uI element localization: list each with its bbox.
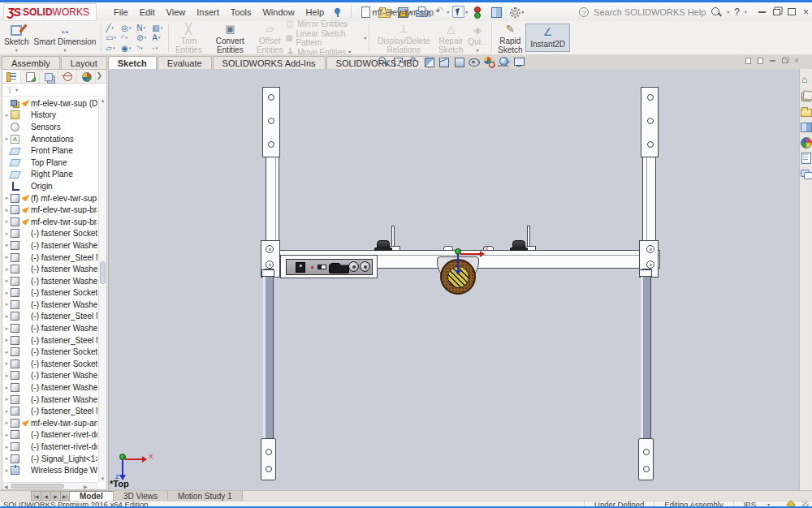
control-box[interactable] [280,255,378,278]
upper-bracket-right[interactable] [641,87,659,157]
toggle-switch[interactable] [317,265,326,269]
view-palette-icon[interactable] [801,122,811,132]
lower-rail-left[interactable] [263,269,274,439]
expand-arrow-icon[interactable]: ▸ [3,290,11,296]
help-button[interactable]: ? [734,6,740,18]
instant2d-button[interactable]: ∠ Instant2D [525,24,570,52]
zoom-fit-icon[interactable] [378,56,389,67]
scroll-right-icon[interactable]: ▶ [84,483,88,489]
tree-item[interactable]: ▸ (-) fastener Washer 1-4in [3,263,97,275]
close-button[interactable]: × [803,7,809,17]
appearances-icon[interactable] [801,137,811,148]
expand-arrow-icon[interactable]: ▸ [3,467,11,474]
menu-item[interactable]: Insert [191,5,225,19]
select-icon[interactable] [452,6,464,18]
tree-item[interactable]: ▸ (-) fastener Socket Head C [3,228,97,240]
expand-arrow-icon[interactable]: ▸ [3,218,11,225]
scroll-up-icon[interactable]: ▲ [99,98,106,103]
convert-entities-button[interactable]: ▣ Convert Entities▾ [205,22,254,54]
graphics-viewport[interactable]: X X Z *Top [108,69,799,490]
rapid-sketch-button[interactable]: ✎ Rapid Sketch [495,22,525,54]
expand-arrow-icon[interactable]: ▸ [3,385,11,391]
help-caret-icon[interactable]: ▾ [745,10,747,15]
minimize-button[interactable] [758,11,766,13]
menu-item[interactable]: File [108,5,134,19]
display-delete-relations-button[interactable]: ⊥ Display/Delete Relations▾ [372,22,435,54]
rail-cap-left[interactable] [261,269,274,277]
round-connector[interactable] [348,261,359,272]
expand-arrow-icon[interactable]: ▸ [3,420,11,426]
dropdown-caret-icon[interactable]: ▾ [521,10,524,15]
expand-arrow-icon[interactable]: ▸ [3,278,11,284]
tree-item[interactable]: ▸ Top Plane [3,157,97,169]
new-window-icon[interactable] [745,58,751,64]
expand-arrow-icon[interactable]: ▸ [3,337,11,343]
expand-arrow-icon[interactable]: ▸ [3,207,11,213]
tree-item[interactable]: ▸ History [3,110,97,122]
split-window-icon[interactable] [490,6,502,18]
tree-item[interactable]: ▸ (-) fastener Washer 1-4in [3,394,97,406]
quick-snaps-button[interactable]: ◈ Qui...▾ [466,22,489,54]
upper-bracket-left[interactable] [262,87,280,157]
expand-arrow-icon[interactable]: ▸ [3,432,11,438]
bolt-base-2[interactable] [510,248,528,251]
selection-filter-icon[interactable] [471,6,483,18]
foot-bracket-right[interactable] [638,438,654,480]
pin-icon[interactable] [333,7,343,17]
tree-item[interactable]: ▸ Wireless Bridge With Co [3,464,97,476]
tree-item[interactable]: ▸ (-) fastener-rivet-domed ( [3,441,97,453]
section-view-icon[interactable] [423,56,434,67]
view-settings-icon[interactable] [513,56,525,67]
expand-arrow-icon[interactable]: ▸ [3,360,11,367]
panel-tab[interactable] [40,70,58,83]
document-tab[interactable]: Motion Study 1 [168,491,243,501]
display-style-icon[interactable] [453,56,464,67]
tree-item[interactable]: ▸ mf-elev-twr-sup-angle [3,417,97,429]
span-displays-button[interactable] [773,9,780,15]
expand-arrow-icon[interactable]: ▸ [3,266,11,273]
linear-sketch-pattern-button[interactable]: ▦Linear Sketch Pattern▾ [285,29,366,47]
ribbon-tab[interactable]: Evaluate [158,56,212,69]
design-library-icon[interactable] [801,91,811,101]
rail-cap-right[interactable] [639,269,652,277]
custom-properties-icon[interactable] [801,153,811,163]
search-icon[interactable] [710,6,722,18]
tree-item[interactable]: ▸ Right Plane [3,169,97,181]
view-orientation-icon[interactable] [438,56,449,67]
file-explorer-icon[interactable] [801,106,811,117]
menu-item[interactable]: Edit [134,5,161,19]
expand-arrow-icon[interactable]: ▸ [3,195,11,201]
expand-arrow-icon[interactable]: ▸ [3,408,11,415]
dropdown-caret-icon[interactable]: ▾ [465,10,468,15]
scroll-left-icon[interactable]: ◀ [4,483,8,489]
doc-restore-button[interactable] [782,58,788,63]
hide-show-items-icon[interactable] [468,56,479,67]
foot-bracket-left[interactable] [261,438,276,480]
panel-tab[interactable] [2,70,21,83]
offset-entities-button[interactable]: ▱ Offset Entities [254,22,285,54]
tree-item[interactable]: ▸ (-) fastener Washer 1-4in [3,322,97,334]
tree-item[interactable]: ▸ (-) fastener_Steel Nylon-In [3,252,97,264]
tree-item[interactable]: ▸ (-) fastener Washer 1-4in [3,275,97,287]
tree-root-item[interactable]: ▸ mf-elev-twr-sup (Default [3,97,97,110]
forum-icon[interactable] [801,168,811,179]
new-icon[interactable] [359,6,371,18]
tree-item[interactable]: ▸ Annotations [3,133,97,145]
filter-caret-icon[interactable]: ▾ [15,88,18,93]
smart-dimension-button[interactable]: Smart Dimension▾ [32,22,99,54]
tree-item[interactable]: ▸ (-) fastener Washer 1-4in [3,239,97,252]
panel-tab[interactable] [58,70,77,83]
maximize-button[interactable] [788,8,796,15]
apply-scene-icon[interactable] [498,56,509,67]
menu-item[interactable]: Help [300,5,330,19]
connector-block[interactable] [329,263,349,273]
tree-item[interactable]: ▸ Front Plane [3,144,97,157]
tree-item[interactable]: ▸ (-) fastener_Steel Nylon-In [3,334,97,347]
search-caret-icon[interactable]: ▾ [727,10,729,15]
expand-arrow-icon[interactable]: ▸ [3,136,11,142]
sketch-button[interactable]: Sketch▾ [2,22,32,54]
tree-item[interactable]: ▸ (-) Signal_Light<1> (Defa [3,453,97,465]
edit-appearance-icon[interactable] [483,56,495,67]
repair-sketch-button[interactable]: △ Repair Sketch [435,22,466,54]
scroll-down-icon[interactable]: ▼ [99,476,106,481]
